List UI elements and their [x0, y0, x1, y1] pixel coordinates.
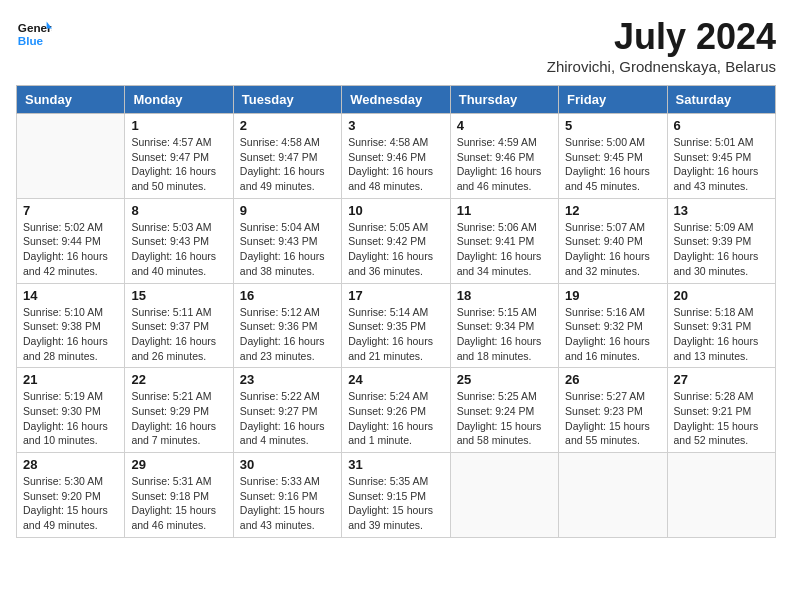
- day-number: 13: [674, 203, 769, 218]
- calendar-cell: 2Sunrise: 4:58 AM Sunset: 9:47 PM Daylig…: [233, 114, 341, 199]
- calendar-cell: [17, 114, 125, 199]
- day-number: 19: [565, 288, 660, 303]
- day-info: Sunrise: 4:58 AM Sunset: 9:47 PM Dayligh…: [240, 135, 335, 194]
- day-number: 27: [674, 372, 769, 387]
- calendar-cell: 27Sunrise: 5:28 AM Sunset: 9:21 PM Dayli…: [667, 368, 775, 453]
- calendar-cell: 26Sunrise: 5:27 AM Sunset: 9:23 PM Dayli…: [559, 368, 667, 453]
- calendar-cell: 5Sunrise: 5:00 AM Sunset: 9:45 PM Daylig…: [559, 114, 667, 199]
- day-number: 25: [457, 372, 552, 387]
- day-number: 28: [23, 457, 118, 472]
- day-info: Sunrise: 4:57 AM Sunset: 9:47 PM Dayligh…: [131, 135, 226, 194]
- day-info: Sunrise: 5:14 AM Sunset: 9:35 PM Dayligh…: [348, 305, 443, 364]
- day-info: Sunrise: 5:25 AM Sunset: 9:24 PM Dayligh…: [457, 389, 552, 448]
- day-info: Sunrise: 5:31 AM Sunset: 9:18 PM Dayligh…: [131, 474, 226, 533]
- day-info: Sunrise: 5:18 AM Sunset: 9:31 PM Dayligh…: [674, 305, 769, 364]
- day-number: 8: [131, 203, 226, 218]
- day-number: 16: [240, 288, 335, 303]
- day-info: Sunrise: 5:27 AM Sunset: 9:23 PM Dayligh…: [565, 389, 660, 448]
- calendar-cell: 12Sunrise: 5:07 AM Sunset: 9:40 PM Dayli…: [559, 198, 667, 283]
- header-sunday: Sunday: [17, 86, 125, 114]
- calendar-cell: 22Sunrise: 5:21 AM Sunset: 9:29 PM Dayli…: [125, 368, 233, 453]
- day-number: 23: [240, 372, 335, 387]
- day-info: Sunrise: 5:09 AM Sunset: 9:39 PM Dayligh…: [674, 220, 769, 279]
- header-saturday: Saturday: [667, 86, 775, 114]
- day-info: Sunrise: 5:05 AM Sunset: 9:42 PM Dayligh…: [348, 220, 443, 279]
- calendar-cell: 28Sunrise: 5:30 AM Sunset: 9:20 PM Dayli…: [17, 453, 125, 538]
- day-number: 4: [457, 118, 552, 133]
- calendar-cell: 1Sunrise: 4:57 AM Sunset: 9:47 PM Daylig…: [125, 114, 233, 199]
- svg-text:Blue: Blue: [18, 34, 44, 47]
- calendar-cell: [667, 453, 775, 538]
- day-number: 3: [348, 118, 443, 133]
- day-number: 14: [23, 288, 118, 303]
- day-info: Sunrise: 5:21 AM Sunset: 9:29 PM Dayligh…: [131, 389, 226, 448]
- day-number: 17: [348, 288, 443, 303]
- day-info: Sunrise: 5:22 AM Sunset: 9:27 PM Dayligh…: [240, 389, 335, 448]
- calendar-cell: 30Sunrise: 5:33 AM Sunset: 9:16 PM Dayli…: [233, 453, 341, 538]
- day-info: Sunrise: 5:15 AM Sunset: 9:34 PM Dayligh…: [457, 305, 552, 364]
- month-title: July 2024: [547, 16, 776, 58]
- week-row-2: 7Sunrise: 5:02 AM Sunset: 9:44 PM Daylig…: [17, 198, 776, 283]
- day-info: Sunrise: 5:06 AM Sunset: 9:41 PM Dayligh…: [457, 220, 552, 279]
- day-number: 10: [348, 203, 443, 218]
- calendar-cell: 31Sunrise: 5:35 AM Sunset: 9:15 PM Dayli…: [342, 453, 450, 538]
- day-info: Sunrise: 5:12 AM Sunset: 9:36 PM Dayligh…: [240, 305, 335, 364]
- day-number: 26: [565, 372, 660, 387]
- header-monday: Monday: [125, 86, 233, 114]
- day-info: Sunrise: 5:00 AM Sunset: 9:45 PM Dayligh…: [565, 135, 660, 194]
- logo: General Blue: [16, 16, 52, 52]
- week-row-5: 28Sunrise: 5:30 AM Sunset: 9:20 PM Dayli…: [17, 453, 776, 538]
- day-info: Sunrise: 5:28 AM Sunset: 9:21 PM Dayligh…: [674, 389, 769, 448]
- day-info: Sunrise: 5:03 AM Sunset: 9:43 PM Dayligh…: [131, 220, 226, 279]
- calendar-table: SundayMondayTuesdayWednesdayThursdayFrid…: [16, 85, 776, 538]
- calendar-cell: 9Sunrise: 5:04 AM Sunset: 9:43 PM Daylig…: [233, 198, 341, 283]
- week-row-4: 21Sunrise: 5:19 AM Sunset: 9:30 PM Dayli…: [17, 368, 776, 453]
- day-info: Sunrise: 5:01 AM Sunset: 9:45 PM Dayligh…: [674, 135, 769, 194]
- day-info: Sunrise: 5:24 AM Sunset: 9:26 PM Dayligh…: [348, 389, 443, 448]
- day-number: 6: [674, 118, 769, 133]
- day-number: 20: [674, 288, 769, 303]
- calendar-cell: 15Sunrise: 5:11 AM Sunset: 9:37 PM Dayli…: [125, 283, 233, 368]
- day-info: Sunrise: 5:07 AM Sunset: 9:40 PM Dayligh…: [565, 220, 660, 279]
- calendar-cell: 23Sunrise: 5:22 AM Sunset: 9:27 PM Dayli…: [233, 368, 341, 453]
- header-friday: Friday: [559, 86, 667, 114]
- day-info: Sunrise: 5:33 AM Sunset: 9:16 PM Dayligh…: [240, 474, 335, 533]
- day-info: Sunrise: 4:59 AM Sunset: 9:46 PM Dayligh…: [457, 135, 552, 194]
- header-tuesday: Tuesday: [233, 86, 341, 114]
- calendar-header-row: SundayMondayTuesdayWednesdayThursdayFrid…: [17, 86, 776, 114]
- calendar-cell: 4Sunrise: 4:59 AM Sunset: 9:46 PM Daylig…: [450, 114, 558, 199]
- calendar-cell: 24Sunrise: 5:24 AM Sunset: 9:26 PM Dayli…: [342, 368, 450, 453]
- day-info: Sunrise: 5:16 AM Sunset: 9:32 PM Dayligh…: [565, 305, 660, 364]
- day-number: 29: [131, 457, 226, 472]
- calendar-cell: 25Sunrise: 5:25 AM Sunset: 9:24 PM Dayli…: [450, 368, 558, 453]
- calendar-cell: 21Sunrise: 5:19 AM Sunset: 9:30 PM Dayli…: [17, 368, 125, 453]
- day-number: 24: [348, 372, 443, 387]
- calendar-cell: 17Sunrise: 5:14 AM Sunset: 9:35 PM Dayli…: [342, 283, 450, 368]
- day-number: 5: [565, 118, 660, 133]
- calendar-cell: 11Sunrise: 5:06 AM Sunset: 9:41 PM Dayli…: [450, 198, 558, 283]
- calendar-cell: 14Sunrise: 5:10 AM Sunset: 9:38 PM Dayli…: [17, 283, 125, 368]
- title-area: July 2024 Zhirovichi, Grodnenskaya, Bela…: [547, 16, 776, 75]
- day-info: Sunrise: 5:11 AM Sunset: 9:37 PM Dayligh…: [131, 305, 226, 364]
- day-number: 1: [131, 118, 226, 133]
- calendar-cell: 29Sunrise: 5:31 AM Sunset: 9:18 PM Dayli…: [125, 453, 233, 538]
- day-info: Sunrise: 5:19 AM Sunset: 9:30 PM Dayligh…: [23, 389, 118, 448]
- location-title: Zhirovichi, Grodnenskaya, Belarus: [547, 58, 776, 75]
- header: General Blue July 2024 Zhirovichi, Grodn…: [16, 16, 776, 75]
- calendar-cell: 16Sunrise: 5:12 AM Sunset: 9:36 PM Dayli…: [233, 283, 341, 368]
- day-number: 21: [23, 372, 118, 387]
- calendar-cell: [559, 453, 667, 538]
- day-info: Sunrise: 5:04 AM Sunset: 9:43 PM Dayligh…: [240, 220, 335, 279]
- day-info: Sunrise: 5:35 AM Sunset: 9:15 PM Dayligh…: [348, 474, 443, 533]
- calendar-cell: 20Sunrise: 5:18 AM Sunset: 9:31 PM Dayli…: [667, 283, 775, 368]
- calendar-cell: [450, 453, 558, 538]
- day-number: 15: [131, 288, 226, 303]
- day-number: 31: [348, 457, 443, 472]
- calendar-cell: 13Sunrise: 5:09 AM Sunset: 9:39 PM Dayli…: [667, 198, 775, 283]
- day-number: 30: [240, 457, 335, 472]
- calendar-cell: 19Sunrise: 5:16 AM Sunset: 9:32 PM Dayli…: [559, 283, 667, 368]
- calendar-cell: 7Sunrise: 5:02 AM Sunset: 9:44 PM Daylig…: [17, 198, 125, 283]
- week-row-1: 1Sunrise: 4:57 AM Sunset: 9:47 PM Daylig…: [17, 114, 776, 199]
- calendar-cell: 6Sunrise: 5:01 AM Sunset: 9:45 PM Daylig…: [667, 114, 775, 199]
- day-info: Sunrise: 5:10 AM Sunset: 9:38 PM Dayligh…: [23, 305, 118, 364]
